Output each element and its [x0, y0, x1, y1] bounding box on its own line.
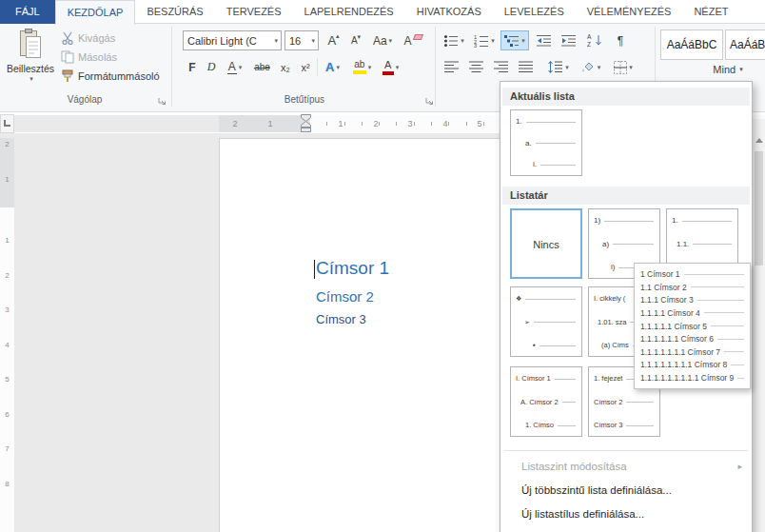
tab-layout[interactable]: LAPELRENDEZÉS	[293, 0, 405, 24]
font-color-button[interactable]: A ▾	[378, 57, 403, 77]
chevron-down-icon: ▾	[521, 37, 525, 45]
ruler-number: 4	[0, 341, 14, 349]
tab-view[interactable]: NÉZET	[682, 0, 739, 24]
clear-formatting-button[interactable]: A	[400, 30, 426, 50]
chevron-down-icon: ▾	[565, 64, 569, 71]
bullets-button[interactable]: ▾	[440, 30, 468, 50]
shrink-font-button[interactable]: A▾	[345, 30, 366, 50]
menu-define-list-style[interactable]: Új listastílus definiálása...	[502, 502, 750, 524]
group-divider	[435, 27, 436, 107]
menu-define-multilevel-list[interactable]: Új többszintű lista definiálása...	[502, 479, 750, 501]
justify-icon	[519, 61, 533, 73]
decrease-indent-button[interactable]	[533, 30, 556, 50]
paint-bucket-icon	[581, 61, 596, 73]
line-spacing-button[interactable]: ▾	[544, 57, 573, 77]
justify-button[interactable]	[514, 57, 537, 77]
current-list-preview[interactable]: 1. a. i.	[510, 109, 582, 176]
chevron-down-icon: ▾	[598, 64, 601, 71]
tab-selector-button[interactable]	[0, 114, 14, 133]
align-center-button[interactable]	[464, 57, 487, 77]
font-dialog-launcher-icon[interactable]	[424, 96, 434, 106]
vertical-ruler[interactable]: 2 1 1 2 3 4 5 6 7 8	[0, 133, 14, 532]
format-painter-button[interactable]: Formátummásoló	[61, 68, 160, 85]
numbering-button[interactable]: 123 ▾	[470, 30, 499, 50]
highlight-color-button[interactable]: ab ▾	[348, 57, 376, 77]
chevron-down-icon: ▾	[396, 64, 400, 71]
copy-button[interactable]: Másolás	[61, 49, 117, 66]
sort-icon: AZ	[587, 33, 604, 48]
grow-font-button[interactable]: A▴	[323, 30, 344, 50]
text-effects-button[interactable]: A ▾	[320, 57, 345, 77]
section-header-list-library: Listatár	[502, 187, 750, 205]
ruler-number: 3	[0, 305, 14, 314]
change-case-button[interactable]: Aa▾	[368, 30, 397, 50]
ruler-number: 4	[440, 119, 451, 128]
indent-markers[interactable]	[301, 114, 311, 132]
shading-button[interactable]: ▾	[577, 57, 605, 77]
align-left-button[interactable]	[440, 57, 462, 77]
flyout-line: 1.1.1.1 Címsor 4	[640, 308, 744, 318]
align-right-button[interactable]	[489, 57, 512, 77]
style-preview-2[interactable]: AaÁáB	[725, 30, 765, 60]
font-size-combo[interactable]: 16 ▾	[284, 30, 319, 50]
cut-label: Kivágás	[78, 32, 115, 44]
tab-insert[interactable]: BESZÚRÁS	[135, 0, 214, 24]
paste-button[interactable]: Beillesztés ▾	[4, 27, 57, 93]
chevron-down-icon: ▾	[389, 37, 393, 45]
bold-button[interactable]: F	[183, 57, 202, 77]
scrollbar-thumb[interactable]	[755, 151, 763, 266]
document-heading-1[interactable]: Címsor 1	[316, 258, 389, 279]
flyout-line: 1.1.1.1.1.1 Címsor 6	[640, 334, 744, 344]
document-heading-3[interactable]: Címsor 3	[316, 312, 366, 326]
paste-label: Beillesztés	[7, 63, 54, 74]
scroll-up-arrow-icon[interactable]	[755, 138, 763, 143]
list-style-bullets[interactable]: ❖ ➢ ▪	[510, 286, 582, 357]
chevron-down-icon: ▾	[368, 64, 372, 71]
show-paragraph-marks-button[interactable]: ¶	[611, 30, 630, 50]
vertical-scrollbar[interactable]	[752, 119, 765, 532]
ruler-number: 2	[229, 119, 241, 128]
ribbon-tab-bar: FÁJL KEZDŐLAP BESZÚRÁS TERVEZÉS LAPELREN…	[0, 0, 765, 24]
borders-button[interactable]: ▾	[609, 57, 638, 77]
list-style-heading-roman[interactable]: I. Címsor 1 A. Címsor 2 1. Címso	[510, 366, 582, 437]
increase-indent-button[interactable]	[558, 30, 580, 50]
tab-home[interactable]: KEZDŐLAP	[55, 0, 136, 25]
ruler-number: 8	[0, 480, 14, 488]
subscript-button[interactable]: x₂	[276, 57, 295, 77]
button-divider	[317, 58, 318, 76]
underline-button[interactable]: A ▾	[222, 57, 247, 77]
chevron-down-icon: ▾	[491, 37, 495, 45]
chevron-down-icon: ▾	[629, 64, 633, 71]
tab-review[interactable]: VÉLEMÉNYEZÉS	[576, 0, 683, 24]
superscript-button[interactable]: x²	[296, 57, 315, 77]
borders-icon	[614, 61, 627, 74]
text-cursor	[314, 260, 315, 279]
chevron-down-icon: ▾	[29, 75, 33, 83]
tab-references[interactable]: HIVATKOZÁS	[405, 0, 493, 24]
italic-button[interactable]: D	[203, 57, 220, 77]
align-right-icon	[494, 61, 508, 73]
flyout-line: 1.1.1.1.1.1.1.1 Címsor 8	[640, 360, 744, 369]
copy-label: Másolás	[78, 51, 117, 63]
cut-button[interactable]: Kivágás	[61, 30, 115, 47]
style-preview-1[interactable]: AaÁáBbC	[660, 30, 723, 60]
align-center-icon	[469, 61, 483, 73]
tab-mailings[interactable]: LEVELEZÉS	[493, 0, 576, 24]
document-heading-2[interactable]: Címsor 2	[316, 288, 374, 305]
list-style-none[interactable]: Nincs	[510, 208, 582, 279]
clipboard-dialog-launcher-icon[interactable]	[157, 96, 167, 106]
copy-icon	[61, 50, 74, 64]
chevron-down-icon: ▾	[274, 37, 278, 45]
tab-design[interactable]: TERVEZÉS	[215, 0, 293, 24]
ruler-number: 1	[0, 175, 14, 184]
styles-more-button[interactable]: Mind▾	[699, 63, 756, 76]
strikethrough-button[interactable]: abe	[249, 57, 275, 77]
ruler-number: 1	[265, 119, 276, 128]
tab-file[interactable]: FÁJL	[0, 0, 55, 24]
multilevel-list-button[interactable]: ▾	[500, 30, 529, 50]
sort-button[interactable]: AZ	[582, 30, 608, 50]
chevron-down-icon: ▾	[461, 37, 464, 45]
clipboard-group-label: Vágólap	[0, 94, 169, 105]
ruler-number: 1	[335, 119, 346, 128]
font-name-combo[interactable]: Calibri Light (C ▾	[183, 30, 282, 50]
